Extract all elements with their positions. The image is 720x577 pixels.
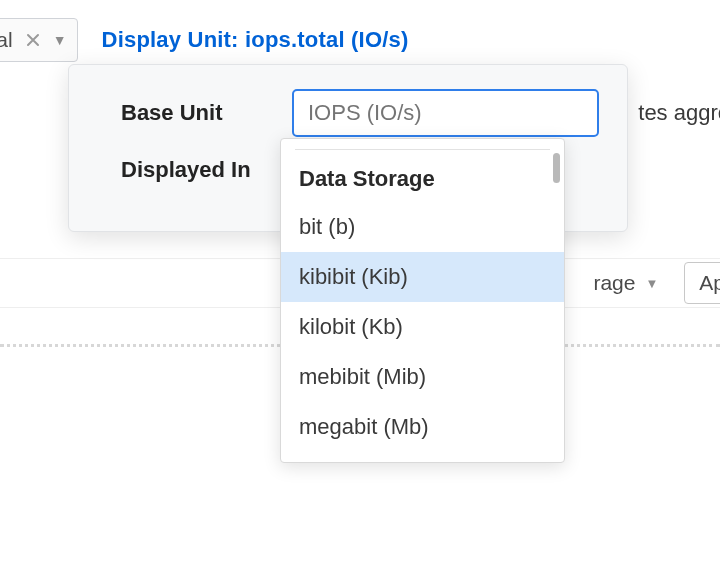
aggregation-dropdown-truncated[interactable]: rage ▼ (587, 267, 664, 299)
close-icon[interactable] (25, 32, 41, 48)
chevron-down-icon: ▼ (645, 276, 658, 291)
dropdown-item[interactable]: mebibit (Mib) (281, 352, 564, 402)
dropdown-item[interactable]: megabit (Mb) (281, 402, 564, 452)
base-unit-input[interactable] (292, 89, 599, 137)
metric-tag-pill[interactable]: ps.total ▼ (0, 18, 78, 62)
filter-row: ps.total ▼ Display Unit: iops.total (IO/… (0, 16, 720, 64)
base-unit-label: Base Unit (97, 100, 268, 126)
display-unit-link[interactable]: Display Unit: iops.total (IO/s) (102, 27, 409, 53)
metric-tag-text: ps.total (0, 28, 13, 52)
displayed-in-label: Displayed In (97, 157, 277, 183)
apply-label: Ap (699, 271, 720, 295)
dropdown-item[interactable]: kilobit (Kb) (281, 302, 564, 352)
chevron-down-icon[interactable]: ▼ (53, 32, 67, 48)
unit-dropdown-listbox[interactable]: Data Storage bit (b)kibibit (Kib)kilobit… (280, 138, 565, 463)
dropdown-group-header: Data Storage (281, 156, 564, 202)
scrollbar-thumb[interactable] (553, 153, 560, 183)
dropdown-item[interactable]: kibibit (Kib) (281, 252, 564, 302)
apply-button-truncated[interactable]: Ap (684, 262, 720, 304)
base-unit-row: Base Unit (97, 89, 599, 137)
aggregates-label-truncated: tes aggre (638, 100, 720, 126)
aggregation-label: rage (593, 271, 635, 295)
dropdown-divider (295, 149, 550, 150)
dropdown-item[interactable]: bit (b) (281, 202, 564, 252)
